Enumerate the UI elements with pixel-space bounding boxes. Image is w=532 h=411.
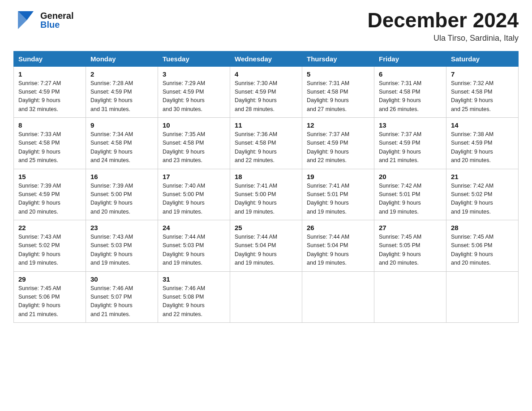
- day-info: Sunrise: 7:32 AMSunset: 4:58 PMDaylight:…: [451, 79, 514, 114]
- day-number: 26: [307, 224, 369, 231]
- day-info: Sunrise: 7:39 AMSunset: 4:59 PMDaylight:…: [18, 182, 81, 217]
- daylight-text: Daylight: 9 hours: [379, 149, 421, 155]
- sunset-text: Sunset: 5:00 PM: [90, 191, 132, 197]
- sunset-text: Sunset: 4:59 PM: [451, 140, 492, 146]
- day-number: 6: [379, 70, 442, 78]
- table-row: 12Sunrise: 7:37 AMSunset: 4:59 PMDayligh…: [302, 118, 374, 169]
- sunset-text: Sunset: 5:04 PM: [235, 242, 276, 248]
- sunset-text: Sunset: 4:58 PM: [451, 89, 492, 95]
- day-number: 1: [18, 70, 81, 78]
- daylight-minutes-text: and 30 minutes.: [163, 106, 202, 112]
- daylight-minutes-text: and 19 minutes.: [235, 260, 275, 266]
- logo-wordmark: General Blue: [40, 11, 73, 29]
- location-text: Ula Tirso, Sardinia, Italy: [367, 34, 519, 43]
- daylight-minutes-text: and 20 minutes.: [18, 209, 58, 215]
- daylight-minutes-text: and 20 minutes.: [451, 260, 491, 266]
- daylight-text: Daylight: 9 hours: [451, 97, 493, 103]
- sunset-text: Sunset: 5:06 PM: [18, 294, 60, 300]
- title-area: December 2024 Ula Tirso, Sardinia, Italy: [367, 9, 519, 43]
- day-info: Sunrise: 7:36 AMSunset: 4:58 PMDaylight:…: [235, 130, 297, 165]
- daylight-text: Daylight: 9 hours: [235, 149, 277, 155]
- table-row: 19Sunrise: 7:41 AMSunset: 5:01 PMDayligh…: [302, 169, 374, 220]
- table-row: 6Sunrise: 7:31 AMSunset: 4:58 PMDaylight…: [374, 66, 446, 118]
- day-info: Sunrise: 7:31 AMSunset: 4:58 PMDaylight:…: [307, 79, 369, 114]
- day-number: 7: [451, 70, 514, 78]
- table-row: 25Sunrise: 7:44 AMSunset: 5:04 PMDayligh…: [230, 220, 302, 272]
- table-row: 28Sunrise: 7:45 AMSunset: 5:06 PMDayligh…: [446, 220, 519, 272]
- daylight-minutes-text: and 28 minutes.: [235, 106, 275, 112]
- table-row: 16Sunrise: 7:39 AMSunset: 5:00 PMDayligh…: [86, 169, 158, 220]
- sunrise-text: Sunrise: 7:41 AM: [235, 183, 277, 189]
- sunrise-text: Sunrise: 7:44 AM: [307, 234, 349, 240]
- daylight-minutes-text: and 19 minutes.: [90, 260, 130, 266]
- sunset-text: Sunset: 5:07 PM: [90, 294, 132, 300]
- day-number: 24: [163, 224, 225, 231]
- sunset-text: Sunset: 5:05 PM: [379, 242, 420, 248]
- sunrise-text: Sunrise: 7:38 AM: [451, 131, 493, 137]
- day-number: 31: [163, 275, 225, 283]
- table-row: 14Sunrise: 7:38 AMSunset: 4:59 PMDayligh…: [446, 118, 519, 169]
- sunset-text: Sunset: 4:59 PM: [235, 89, 276, 95]
- daylight-minutes-text: and 19 minutes.: [235, 209, 275, 215]
- day-info: Sunrise: 7:28 AMSunset: 4:59 PMDaylight:…: [90, 79, 153, 114]
- day-info: Sunrise: 7:38 AMSunset: 4:59 PMDaylight:…: [451, 130, 514, 165]
- day-info: Sunrise: 7:34 AMSunset: 4:58 PMDaylight:…: [90, 130, 153, 165]
- daylight-minutes-text: and 20 minutes.: [90, 209, 130, 215]
- sunrise-text: Sunrise: 7:27 AM: [18, 80, 61, 86]
- day-number: 8: [18, 121, 81, 129]
- daylight-minutes-text: and 19 minutes.: [307, 260, 347, 266]
- daylight-text: Daylight: 9 hours: [163, 302, 205, 308]
- sunrise-text: Sunrise: 7:43 AM: [90, 234, 133, 240]
- day-number: 13: [379, 121, 442, 129]
- sunrise-text: Sunrise: 7:46 AM: [163, 285, 205, 291]
- sunrise-text: Sunrise: 7:45 AM: [379, 234, 421, 240]
- day-number: 17: [163, 173, 225, 180]
- table-row: 29Sunrise: 7:45 AMSunset: 5:06 PMDayligh…: [14, 271, 86, 323]
- page-header: General Blue December 2024 Ula Tirso, Sa…: [13, 9, 519, 43]
- calendar-week-row: 15Sunrise: 7:39 AMSunset: 4:59 PMDayligh…: [14, 169, 519, 220]
- day-number: 19: [307, 173, 369, 180]
- daylight-text: Daylight: 9 hours: [307, 149, 349, 155]
- header-sunday: Sunday: [14, 51, 86, 66]
- header-monday: Monday: [86, 51, 158, 66]
- table-row: 15Sunrise: 7:39 AMSunset: 4:59 PMDayligh…: [14, 169, 86, 220]
- logo: General Blue: [13, 9, 73, 31]
- day-info: Sunrise: 7:46 AMSunset: 5:07 PMDaylight:…: [90, 284, 153, 319]
- sunset-text: Sunset: 4:58 PM: [379, 89, 420, 95]
- table-row: 30Sunrise: 7:46 AMSunset: 5:07 PMDayligh…: [86, 271, 158, 323]
- day-info: Sunrise: 7:41 AMSunset: 5:01 PMDaylight:…: [307, 182, 369, 217]
- daylight-text: Daylight: 9 hours: [18, 97, 60, 103]
- sunrise-text: Sunrise: 7:35 AM: [163, 131, 205, 137]
- sunrise-text: Sunrise: 7:37 AM: [307, 131, 349, 137]
- daylight-text: Daylight: 9 hours: [90, 302, 133, 308]
- day-number: 9: [90, 121, 153, 129]
- daylight-minutes-text: and 20 minutes.: [451, 157, 491, 163]
- day-number: 10: [163, 121, 225, 129]
- daylight-text: Daylight: 9 hours: [163, 97, 205, 103]
- table-row: 13Sunrise: 7:37 AMSunset: 4:59 PMDayligh…: [374, 118, 446, 169]
- day-number: 27: [379, 224, 442, 231]
- day-info: Sunrise: 7:46 AMSunset: 5:08 PMDaylight:…: [163, 284, 225, 319]
- table-row: 24Sunrise: 7:44 AMSunset: 5:03 PMDayligh…: [158, 220, 230, 272]
- sunset-text: Sunset: 4:58 PM: [307, 89, 348, 95]
- day-info: Sunrise: 7:45 AMSunset: 5:05 PMDaylight:…: [379, 233, 442, 268]
- daylight-text: Daylight: 9 hours: [163, 200, 205, 206]
- day-info: Sunrise: 7:35 AMSunset: 4:58 PMDaylight:…: [163, 130, 225, 165]
- daylight-text: Daylight: 9 hours: [379, 200, 421, 206]
- day-number: 14: [451, 121, 514, 129]
- day-number: 21: [451, 173, 514, 180]
- table-row: 17Sunrise: 7:40 AMSunset: 5:00 PMDayligh…: [158, 169, 230, 220]
- day-number: 11: [235, 121, 297, 129]
- day-info: Sunrise: 7:43 AMSunset: 5:02 PMDaylight:…: [18, 233, 81, 268]
- header-tuesday: Tuesday: [158, 51, 230, 66]
- table-row: [230, 271, 302, 323]
- sunrise-text: Sunrise: 7:37 AM: [379, 131, 421, 137]
- day-number: 18: [235, 173, 297, 180]
- sunset-text: Sunset: 5:08 PM: [163, 294, 204, 300]
- daylight-minutes-text: and 21 minutes.: [18, 311, 58, 317]
- day-info: Sunrise: 7:40 AMSunset: 5:00 PMDaylight:…: [163, 182, 225, 217]
- sunset-text: Sunset: 4:58 PM: [163, 140, 204, 146]
- weekday-header-row: Sunday Monday Tuesday Wednesday Thursday…: [14, 51, 519, 66]
- sunrise-text: Sunrise: 7:40 AM: [163, 183, 205, 189]
- daylight-minutes-text: and 19 minutes.: [163, 260, 202, 266]
